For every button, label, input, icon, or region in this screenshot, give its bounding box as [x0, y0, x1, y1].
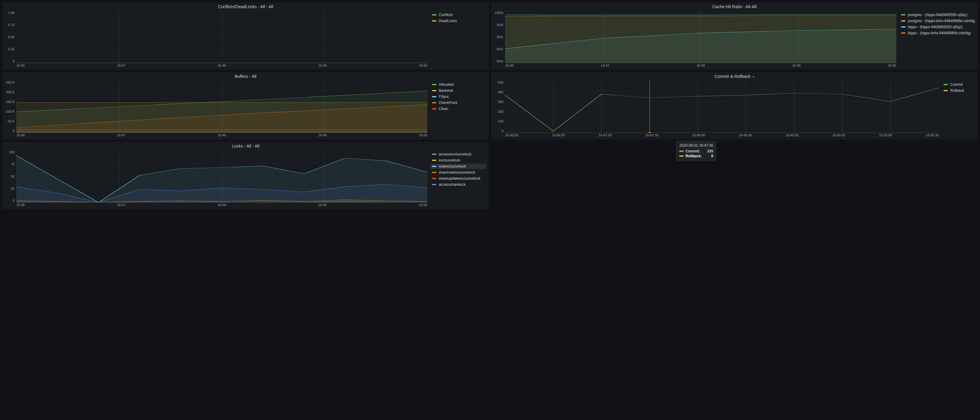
plot-area[interactable]: 250 K200 K150 K100 K50 K0 16:4616:4716:4…: [5, 81, 427, 137]
y-axis: 1007550250: [5, 150, 16, 203]
chevron-down-icon[interactable]: ▾: [753, 75, 754, 78]
legend-item[interactable]: FSync: [430, 94, 486, 100]
tooltip-series-value: 0: [711, 154, 713, 158]
legend-label: Clean: [439, 107, 448, 111]
panel-commit[interactable]: Commit & Rollback ▾ 5004003002001000 16:…: [491, 72, 978, 139]
tooltip-time: 2020-09-01 16:47:30: [679, 143, 713, 147]
legend-label: Rollback: [950, 89, 964, 93]
legend-label: rowexclusivelock: [439, 164, 466, 168]
x-axis: 16:4616:4716:4816:4916:50: [5, 203, 427, 207]
y-axis: 100%95%90%85%80%: [494, 11, 504, 63]
legend-label: Commit: [950, 82, 963, 87]
legend: ConflictsDeadLocks: [427, 11, 486, 67]
legend-item[interactable]: accesssharelock: [430, 182, 486, 187]
panel-title: Buffers - All: [2, 72, 489, 79]
legend-swatch: [901, 26, 905, 28]
legend-label: accessexclusivelock: [439, 152, 471, 156]
panel-title: Commit & Rollback ▾: [491, 72, 978, 79]
legend-swatch: [432, 84, 436, 85]
legend-item[interactable]: hippo - (hippo-64b5665555-xj5qz): [899, 24, 975, 30]
x-axis: 16:4616:4716:4816:4916:50: [494, 63, 896, 67]
legend-label: sharerowexclusivelock: [439, 170, 475, 174]
legend-item[interactable]: DeadLocks: [430, 18, 486, 24]
y-axis: 5004003002001000: [494, 81, 504, 133]
panel-title: Locks - All - All: [2, 142, 489, 149]
legend-item[interactable]: shareupdateexclusivelock: [430, 176, 486, 181]
legend-swatch: [901, 14, 905, 16]
legend-item[interactable]: hippo - (hippo-krhx-94846986d-zdm8g): [899, 30, 975, 36]
panel-conflicts[interactable]: Conflicts/DeadLocks - All - All 1.000.75…: [2, 2, 489, 70]
legend-swatch: [943, 90, 948, 91]
legend-item[interactable]: Clean: [430, 106, 486, 111]
x-axis: 16:4616:4716:4816:4916:50: [5, 133, 427, 137]
panel-title: Cache Hit Ratio - All-All: [491, 2, 978, 10]
tooltip-swatch: [679, 155, 684, 157]
title-text: Commit & Rollback: [714, 74, 751, 79]
tooltip-row: Rollback:0: [679, 154, 713, 158]
panel-buffers[interactable]: Buffers - All 250 K200 K150 K100 K50 K0 …: [2, 72, 489, 139]
legend-swatch: [432, 20, 436, 22]
legend: CommitRollback: [939, 81, 975, 137]
plot-area[interactable]: 5004003002001000 16:46:0016:46:3016:47:0…: [494, 81, 939, 137]
legend-item[interactable]: accessexclusivelock: [430, 152, 486, 157]
legend-item[interactable]: rowexclusivelock: [430, 164, 486, 169]
legend-swatch: [901, 32, 905, 33]
legend-swatch: [432, 160, 436, 161]
legend-swatch: [901, 20, 905, 22]
tooltip-series-value: 335: [707, 149, 713, 153]
legend-swatch: [432, 154, 436, 155]
legend: postgres - (hippo-64b5665555-xj5qz)postg…: [896, 11, 975, 67]
legend-item[interactable]: Commit: [942, 82, 975, 87]
tooltip-series-name: Rollback:: [686, 154, 710, 158]
legend-item[interactable]: exclusivelock: [430, 158, 486, 163]
legend-label: postgres - (hippo-krhx-94846986d-zdm8g): [908, 19, 975, 23]
legend-swatch: [432, 14, 436, 16]
legend-swatch: [432, 166, 436, 167]
legend-label: accesssharelock: [439, 182, 466, 187]
legend-swatch: [432, 108, 436, 109]
legend-label: Backend: [439, 89, 453, 93]
y-axis: 1.000.750.500.250: [5, 11, 16, 63]
legend-label: Conflicts: [439, 13, 453, 17]
y-axis: 250 K200 K150 K100 K50 K0: [5, 81, 16, 133]
legend-label: exclusivelock: [439, 158, 460, 162]
legend-swatch: [943, 84, 948, 85]
legend-item[interactable]: postgres - (hippo-64b5665555-xj5qz): [899, 12, 975, 17]
legend-label: Allocated: [439, 82, 453, 87]
x-axis: 16:4616:4716:4816:4916:50: [5, 63, 427, 67]
legend-label: CheckPoint: [439, 101, 457, 105]
legend-item[interactable]: sharerowexclusivelock: [430, 170, 486, 175]
legend-label: FSync: [439, 95, 449, 99]
panel-locks[interactable]: Locks - All - All 1007550250 16:4616:471…: [2, 142, 489, 209]
legend-swatch: [432, 90, 436, 91]
legend-item[interactable]: Backend: [430, 88, 486, 94]
x-axis: 16:46:0016:46:3016:47:0016:47:3016:48:00…: [494, 133, 939, 137]
legend-swatch: [432, 178, 436, 179]
plot-area[interactable]: 100%95%90%85%80% 16:4616:4716:4816:4916:…: [494, 11, 896, 67]
legend-swatch: [432, 96, 436, 97]
legend-item[interactable]: Rollback: [942, 88, 975, 94]
legend-label: hippo - (hippo-krhx-94846986d-zdm8g): [908, 31, 971, 35]
legend-label: postgres - (hippo-64b5665555-xj5qz): [908, 13, 967, 17]
legend: AllocatedBackendFSyncCheckPointClean: [427, 81, 486, 137]
dashboard-grid: Conflicts/DeadLocks - All - All 1.000.75…: [2, 2, 978, 209]
tooltip-series-name: Commit:: [686, 149, 705, 153]
legend-swatch: [432, 172, 436, 173]
panel-cache[interactable]: Cache Hit Ratio - All-All 100%95%90%85%8…: [491, 2, 978, 70]
tooltip-swatch: [679, 151, 684, 152]
hover-tooltip: 2020-09-01 16:47:30 Commit:335Rollback:0: [676, 141, 716, 161]
legend-label: hippo - (hippo-64b5665555-xj5qz): [908, 25, 963, 29]
legend-item[interactable]: Conflicts: [430, 12, 486, 17]
panel-title: Conflicts/DeadLocks - All - All: [2, 2, 489, 10]
legend-label: shareupdateexclusivelock: [439, 176, 480, 181]
legend-item[interactable]: postgres - (hippo-krhx-94846986d-zdm8g): [899, 18, 975, 24]
tooltip-row: Commit:335: [679, 149, 713, 154]
legend: accessexclusivelockexclusivelockrowexclu…: [427, 150, 486, 207]
legend-item[interactable]: CheckPoint: [430, 100, 486, 105]
legend-swatch: [432, 102, 436, 103]
plot-area[interactable]: 1007550250 16:4616:4716:4816:4916:50: [5, 150, 427, 207]
svg-point-48: [648, 132, 652, 133]
legend-item[interactable]: Allocated: [430, 82, 486, 87]
plot-area[interactable]: 1.000.750.500.250 16:4616:4716:4816:4916…: [5, 11, 427, 67]
legend-label: DeadLocks: [439, 19, 457, 23]
